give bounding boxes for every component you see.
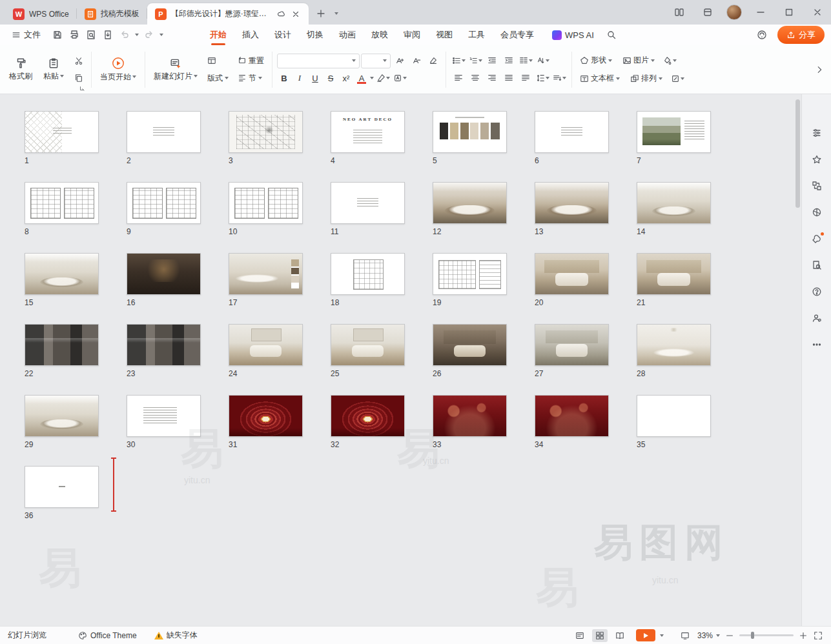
justify-button[interactable] [501,71,517,86]
slide-thumbnail[interactable] [229,395,303,437]
clipboard-dialog-launcher[interactable] [79,83,85,89]
align-left-button[interactable] [451,71,466,86]
fit-slide-button[interactable] [677,629,693,642]
font-color-button[interactable]: A [354,71,369,86]
new-slide-button[interactable]: 新建幻灯片 [150,50,201,89]
print-preview-button[interactable] [83,27,99,43]
share-button[interactable]: 分享 [777,26,825,44]
paste-button[interactable]: 粘贴 [39,50,68,89]
new-tab-button[interactable] [313,5,329,22]
slide-cell[interactable]: 22 [25,324,99,378]
vertical-scrollbar[interactable] [794,96,801,625]
font-name-combo[interactable] [277,54,360,68]
tab-review[interactable]: 审阅 [397,26,427,44]
shapes-button[interactable]: 形状 [577,53,615,68]
slide-cell[interactable]: 7 [637,111,711,165]
slide-cell[interactable]: 19 [433,253,507,307]
file-menu-button[interactable]: 文件 [6,26,46,43]
cut-button[interactable] [71,54,87,68]
decrease-indent-button[interactable] [484,54,500,68]
save-button[interactable] [50,27,65,43]
slide-cell[interactable]: 32 [331,395,405,449]
slide-cell[interactable]: 35 [637,395,711,449]
tab-membership[interactable]: 会员专享 [494,26,540,44]
slide-thumbnail[interactable] [229,324,303,366]
highlight-button[interactable] [375,71,391,86]
tab-transitions[interactable]: 切换 [300,26,330,44]
tab-tools[interactable]: 工具 [462,26,491,44]
fullscreen-button[interactable] [813,630,823,641]
close-window-button[interactable] [808,3,827,22]
font-size-input[interactable] [365,56,383,65]
slide-cell[interactable]: 34 [535,395,609,449]
phonetic-guide-button[interactable] [392,71,407,86]
slide-thumbnail[interactable] [331,324,405,366]
tab-view[interactable]: 视图 [429,26,459,44]
redo-button[interactable] [141,27,157,43]
tab-design[interactable]: 设计 [268,26,298,44]
strikethrough-button[interactable]: S [323,71,338,86]
zoom-slider[interactable] [739,634,794,636]
slide-thumbnail[interactable] [25,466,99,508]
slide-thumbnail[interactable] [229,111,303,153]
export-pdf-button[interactable] [100,27,116,43]
slide-cell[interactable]: NEO ART DECO4 [331,111,405,165]
slide-cell[interactable]: 11 [331,182,405,236]
workspace-icon[interactable] [698,3,717,22]
minimize-button[interactable] [751,3,770,22]
maximize-button[interactable] [779,3,799,22]
slide-cell[interactable]: 15 [25,253,99,307]
slide-cell[interactable]: 18 [331,253,405,307]
redo-dropdown[interactable] [158,27,165,43]
increase-indent-button[interactable] [501,54,517,68]
slide-thumbnail[interactable] [637,324,711,366]
help-icon[interactable] [808,284,826,299]
slide-cell[interactable]: 8 [25,182,99,236]
slide-cell[interactable]: 21 [637,253,711,307]
tab-animations[interactable]: 动画 [333,26,362,44]
font-color-dropdown[interactable] [370,77,374,79]
slide-thumbnail[interactable] [127,111,201,153]
slide-thumbnail[interactable] [127,182,201,224]
zoom-level[interactable]: 33% [697,631,720,640]
slide-cell[interactable]: 23 [127,324,201,378]
slide-thumbnail[interactable] [433,182,507,224]
close-tab-icon[interactable] [291,9,301,19]
slide-cell[interactable]: 17 [229,253,303,307]
slide-thumbnail[interactable] [433,253,507,295]
search-button[interactable] [603,26,620,43]
slide-thumbnail[interactable] [127,324,201,366]
slide-thumbnail[interactable] [535,111,609,153]
slide-thumbnail[interactable] [637,111,711,153]
slide-thumbnail[interactable] [433,324,507,366]
layout-button[interactable]: 版式 [204,70,232,86]
text-direction-button[interactable] [535,54,550,68]
reading-view-button[interactable] [612,629,628,642]
split-window-icon[interactable] [670,3,689,22]
slide-thumbnail[interactable] [331,395,405,437]
slide-thumbnail[interactable] [433,395,507,437]
slide-cell[interactable]: 1 [25,111,99,165]
service-icon[interactable] [754,27,770,43]
italic-button[interactable]: I [292,71,307,86]
line-spacing-button[interactable] [535,71,550,86]
favorites-star-icon[interactable] [808,152,826,167]
columns-button[interactable] [518,54,533,68]
slide-cell[interactable]: 14 [637,182,711,236]
zoom-slider-knob[interactable] [751,632,754,639]
bold-button[interactable]: B [277,71,291,86]
smart-layout-icon[interactable] [808,178,826,194]
reset-button[interactable]: 重置 [234,53,267,68]
slide-sorter-canvas[interactable]: 123NEO ART DECO4567891011121314151617181… [0,94,801,626]
slide-cell[interactable]: 33 [433,395,507,449]
scrollbar-thumb[interactable] [795,99,800,208]
slide-thumbnail[interactable] [637,182,711,224]
theme-indicator[interactable]: Office Theme [78,631,137,640]
format-painter-button[interactable]: 格式刷 [5,50,36,89]
slide-thumbnail[interactable] [25,182,99,224]
slide-cell[interactable]: 6 [535,111,609,165]
distribute-button[interactable] [518,71,533,86]
object-properties-icon[interactable] [808,125,826,141]
tab-slideshow[interactable]: 放映 [365,26,395,44]
slide-thumbnail[interactable] [637,395,711,437]
